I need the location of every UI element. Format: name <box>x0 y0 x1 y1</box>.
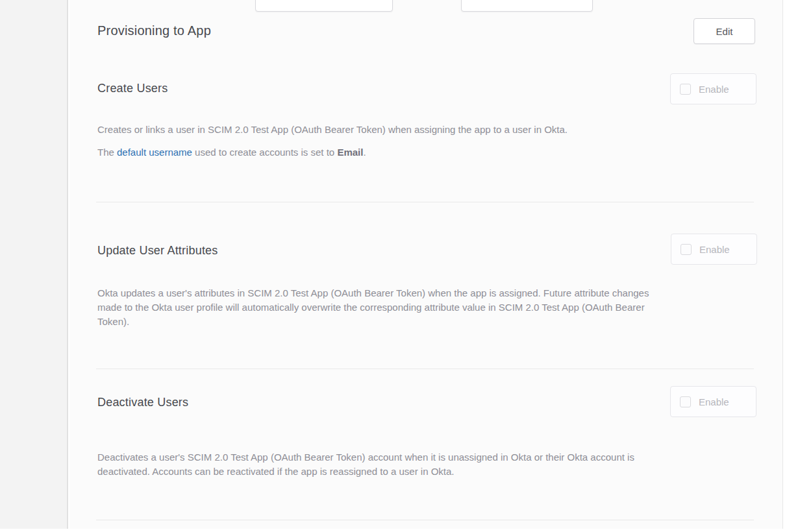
enable-toggle-label: Enable <box>699 244 730 255</box>
default-username-link[interactable]: default username <box>117 147 192 158</box>
username-sentence-middle: used to create accounts is set to <box>192 147 337 158</box>
deactivate-users-enable-toggle[interactable]: Enable <box>670 386 756 417</box>
edit-button[interactable]: Edit <box>693 18 755 44</box>
update-user-attributes-title: Update User Attributes <box>97 244 218 258</box>
deactivate-users-description: Deactivates a user's SCIM 2.0 Test App (… <box>97 450 753 479</box>
section-divider <box>96 202 754 202</box>
enable-toggle-label: Enable <box>699 84 729 95</box>
username-sentence-suffix: . <box>363 147 366 158</box>
left-sidebar <box>0 0 68 529</box>
provisioning-settings-panel: Provisioning to App Edit Create Users En… <box>69 0 783 529</box>
section-divider <box>96 369 754 369</box>
update-user-attributes-enable-toggle[interactable]: Enable <box>671 234 757 265</box>
update-user-attributes-enable-checkbox[interactable] <box>681 244 692 255</box>
default-username-sentence: The default username used to create acco… <box>97 145 753 160</box>
page-title: Provisioning to App <box>97 23 211 38</box>
username-sentence-prefix: The <box>97 147 117 158</box>
app-window: Provisioning to App Edit Create Users En… <box>0 0 787 529</box>
truncated-input-2[interactable] <box>461 0 593 12</box>
truncated-input-1[interactable] <box>255 0 393 12</box>
section-divider <box>96 520 754 520</box>
update-user-attributes-description: Okta updates a user's attributes in SCIM… <box>97 286 753 329</box>
deactivate-users-enable-checkbox[interactable] <box>680 396 691 407</box>
enable-toggle-label: Enable <box>699 396 729 407</box>
create-users-enable-toggle[interactable]: Enable <box>670 73 756 104</box>
username-value: Email <box>337 147 363 158</box>
create-users-enable-checkbox[interactable] <box>680 84 691 95</box>
create-users-description: Creates or links a user in SCIM 2.0 Test… <box>97 123 753 137</box>
deactivate-users-title: Deactivate Users <box>97 396 188 409</box>
create-users-title: Create Users <box>97 82 168 95</box>
